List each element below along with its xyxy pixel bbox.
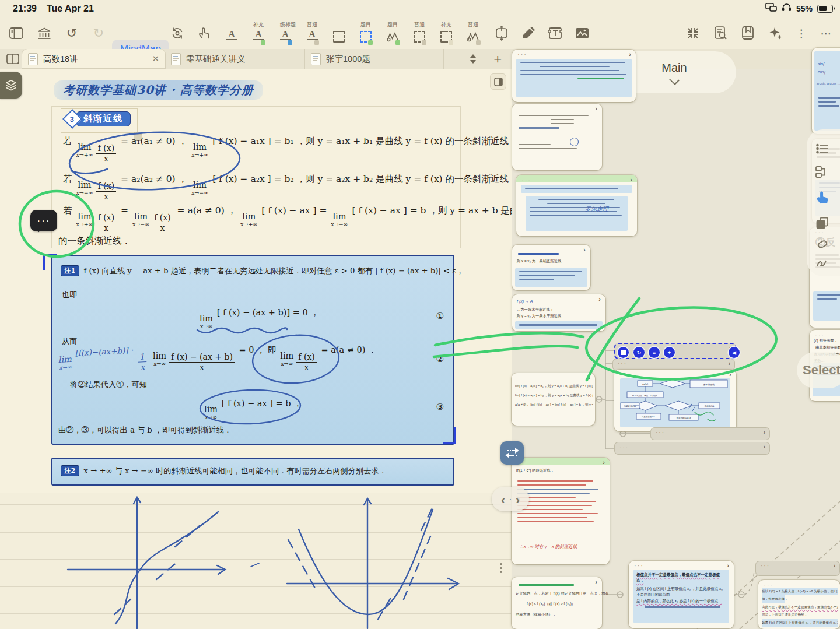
expand-chevron-icon[interactable]: › — [598, 296, 601, 303]
select-button[interactable]: Select — [797, 352, 840, 388]
sketch-whiteboard[interactable] — [0, 493, 511, 629]
nav-next-icon[interactable]: › — [516, 493, 520, 505]
example-result-card[interactable]: ··· 所以 f (2) = 2 为极大值，f (−1) = −2 为极小值；但… — [758, 580, 840, 629]
textbox-icon[interactable] — [545, 22, 566, 44]
page-navigator[interactable]: ‹ · › — [492, 487, 529, 511]
note1-intro: f (x) 向直线 y = ax + b 趋近，表明二者在无穷远处无限接近．即对… — [84, 266, 464, 275]
tool-rect-4[interactable] — [326, 20, 352, 51]
collapsed-node[interactable]: ···› — [755, 561, 840, 576]
node-action-redo-icon[interactable]: ↻ — [634, 347, 645, 358]
note-box-2[interactable]: 注2x → +∞ 与 x → −∞ 时的斜渐近线可能相同，也可能不同．有时需分左… — [51, 458, 454, 486]
link-icon[interactable] — [814, 236, 831, 253]
definition-card-max[interactable]: › 定义域内一点，若对于 f (x) 的定义域内任意一点 x ，均有 f (x)… — [512, 577, 602, 629]
tab-零基础通关讲义[interactable]: 零基础通关讲义 — [165, 49, 305, 69]
node-action-sparkle-icon[interactable]: ✦ — [664, 347, 675, 358]
excerpt-card-vertical-asymptote[interactable]: › 则 x = x₀ 为一条铅直渐近线． — [512, 245, 590, 290]
excerpt-card-horizontal-asymptote[interactable]: › f (x) → A …为一条水平渐近线； 则 y = y₂ 为一条水平渐近线… — [512, 294, 606, 331]
tool-题目-5[interactable]: 题目 — [352, 20, 379, 51]
collapsed-node[interactable]: ···› — [612, 359, 735, 371]
pan-hand-icon[interactable] — [814, 189, 831, 206]
split-view-icon[interactable] — [5, 51, 21, 66]
note1-formula-3: limx→∞ [ f (x) − ax ] = b ， — [203, 398, 302, 420]
hand-drawn-graphs — [0, 493, 511, 629]
flowchart-card[interactable]: ···› y=f(x) 水平渐近线 找无定 — [614, 370, 736, 431]
export-icon[interactable] — [491, 22, 512, 44]
more-menu-icon[interactable]: ⋯ — [816, 22, 836, 44]
card-layout-icon[interactable] — [814, 163, 831, 181]
worked-solution-card[interactable]: › ln(1 + eˣ) 的斜渐近线： ∴ x→∞ 时有 y = x 的斜渐近线 — [512, 458, 610, 564]
ai-sparkle-icon[interactable] — [765, 22, 786, 44]
sidebar-toggle-icon[interactable] — [6, 22, 27, 44]
selected-node[interactable]: › — [614, 343, 736, 359]
layers-drawer-handle[interactable] — [0, 72, 22, 99]
marker-2: ② — [436, 354, 444, 364]
outline-list-icon[interactable] — [814, 140, 831, 157]
tab-sort-icon[interactable] — [466, 52, 481, 66]
tool-一级标题-2[interactable]: 一级标题A — [272, 20, 299, 51]
note1-formula-1: limx→∞ [ f (x) − (ax + b)] = 0 ， — [198, 307, 319, 329]
tool-补充-8[interactable]: 补充 — [433, 20, 460, 51]
sync-settings-icon[interactable] — [167, 22, 188, 44]
document-search-icon[interactable] — [710, 22, 731, 44]
excerpt-card-rolle[interactable]: ···› 罗尔定理 — [516, 175, 637, 236]
expand-chevron-icon[interactable]: › — [595, 578, 597, 585]
section-title: 斜渐近线 — [76, 111, 131, 126]
lasso-excerpt-icon — [386, 29, 399, 44]
image-icon[interactable] — [572, 22, 593, 44]
rect-excerpt-icon — [360, 29, 372, 44]
collapse-icon[interactable] — [682, 22, 704, 44]
add-tab-icon[interactable]: ＋ — [490, 52, 505, 66]
excerpt-card-trig[interactable]: sin(… cos(… arcsin, arccos … — [812, 48, 840, 134]
pen-icon[interactable] — [518, 22, 539, 44]
expand-chevron-icon[interactable]: › — [588, 374, 590, 381]
expand-chevron-icon[interactable]: › — [727, 562, 729, 569]
undo-icon[interactable]: ↺ — [61, 22, 82, 44]
pointer-hand-icon[interactable] — [194, 22, 215, 44]
expand-chevron-icon[interactable]: › — [603, 459, 605, 466]
kebab-menu-icon[interactable]: ⋮ — [791, 22, 812, 44]
swap-panels-button[interactable] — [501, 441, 524, 465]
collapsed-node[interactable]: ···› — [650, 427, 770, 440]
node-resize-handle-icon[interactable]: ◀ — [729, 347, 740, 358]
node-action-menu-icon[interactable]: ≡ — [649, 347, 660, 358]
tool-题目-6[interactable]: 题目 — [379, 20, 406, 51]
collapsed-node[interactable]: ···› — [614, 442, 770, 455]
tab-高数18讲[interactable]: 高数18讲✕ — [22, 49, 165, 69]
redo-icon[interactable]: ↻ — [88, 22, 109, 44]
screen-mirroring-icon — [765, 3, 777, 14]
close-tab-icon[interactable]: ✕ — [144, 54, 159, 64]
tool-补充-1[interactable]: 补充A — [245, 20, 272, 51]
tool-label: 题目 — [387, 21, 398, 28]
expand-chevron-icon[interactable]: › — [729, 371, 732, 378]
tool-普通-3[interactable]: 普通A — [299, 20, 326, 51]
tab-张宇1000题[interactable]: 张宇1000题 — [305, 49, 444, 69]
tool-普通-9[interactable]: 普通 — [460, 20, 487, 51]
tool-A-0[interactable]: A — [218, 20, 245, 51]
excerpt-card-slant-asymptote[interactable]: › lim[ f (x) − a₁x ] = b₁ ，则 y = a₁x + b… — [512, 373, 595, 426]
expand-chevron-icon[interactable]: › — [595, 105, 597, 112]
expand-chevron-icon[interactable]: › — [629, 51, 631, 58]
drag-handle-dots[interactable] — [500, 563, 502, 573]
bookmark-icon[interactable] — [737, 22, 758, 44]
main-node-label: Main — [662, 61, 687, 75]
copy-icon[interactable] — [814, 215, 831, 232]
text-highlight-icon: A — [253, 29, 264, 44]
tab-title: 零基础通关讲义 — [186, 54, 246, 65]
expand-chevron-icon[interactable]: › — [630, 176, 632, 183]
comment-bubble-icon[interactable]: ··· — [30, 210, 57, 231]
library-icon[interactable] — [34, 22, 55, 44]
page-layout-toggle-icon[interactable] — [490, 73, 506, 90]
node-action-stop-icon[interactable] — [618, 347, 629, 358]
tool-普通-7[interactable]: 普通 — [406, 20, 433, 51]
scribble-icon[interactable] — [814, 254, 831, 272]
excerpt-card-options[interactable]: › — [512, 104, 602, 170]
nav-prev-icon[interactable]: ‹ — [501, 493, 505, 505]
theorem-card-extreme[interactable]: ···› 极值点并不一定是最值点，最值点也不一定是极值点． 如果 f (x) 在… — [629, 561, 734, 628]
note1-formula-2: limx→∞f (x) − (ax + b)x = 0 ， 即 limx→∞f … — [152, 345, 376, 373]
svg-text:水平渐近线: 水平渐近线 — [703, 383, 715, 386]
tool-label: 普通 — [468, 21, 478, 28]
expand-chevron-icon[interactable]: › — [583, 246, 586, 253]
selection-bracket-bottomright — [443, 427, 456, 444]
note-box-1[interactable]: 注1f (x) 向直线 y = ax + b 趋近，表明二者在无穷远处无限接近．… — [51, 255, 454, 445]
excerpt-card-problem[interactable]: ···› — [512, 50, 636, 102]
